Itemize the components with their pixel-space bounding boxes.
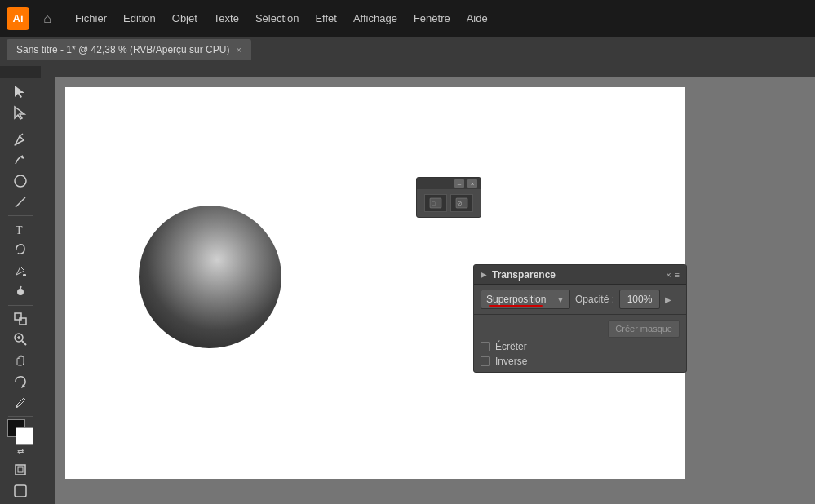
mini-panel-icon-2[interactable]: ⊘ [450,194,473,212]
home-icon[interactable]: ⌂ [36,7,59,30]
tab-label: Sans titre - 1* @ 42,38 % (RVB/Aperçu su… [16,44,229,55]
menu-objet[interactable]: Objet [166,9,204,28]
tool-divider-2 [8,215,33,216]
freeform-pen-tool[interactable] [6,150,35,170]
svg-point-7 [17,289,24,295]
svg-rect-6 [23,274,26,276]
inverse-checkbox[interactable] [481,356,490,366]
ai-logo: Ai [7,7,29,30]
opacity-label: Opacité : [575,294,614,305]
panel-menu-btn[interactable]: ≡ [675,270,680,280]
mini-panel-titlebar: – × [417,178,481,189]
panel-title-text: Transparence [492,269,556,281]
background-color[interactable] [16,427,33,445]
mini-panel-icon-1[interactable]: □ [424,194,447,212]
document-tab[interactable]: Sans titre - 1* @ 42,38 % (RVB/Aperçu su… [7,39,251,60]
svg-rect-16 [16,465,25,475]
left-toolbar: T [0,63,41,504]
svg-point-2 [15,143,17,145]
menu-aide[interactable]: Aide [460,9,494,28]
panel-collapse-icon[interactable]: ▶ [481,270,487,279]
svg-rect-9 [20,318,26,325]
selection-tool[interactable] [6,82,35,101]
svg-point-15 [16,405,18,408]
menu-fichier[interactable]: Fichier [69,9,113,28]
mini-panel-minimize[interactable]: – [454,179,464,188]
rotate-tool[interactable] [6,372,35,391]
menu-texte[interactable]: Texte [207,9,246,28]
red-underline [489,305,543,307]
panel-title-right: – × ≡ [658,270,680,280]
panel-minimize-btn[interactable]: – [658,270,662,280]
ruler-vertical [41,77,55,504]
blob-brush-tool[interactable] [6,282,35,302]
blend-mode-value: Superposition [486,294,546,305]
create-mask-button: Créer masque [608,320,680,338]
pen-tool[interactable] [6,130,35,149]
svg-rect-17 [18,467,23,472]
menu-affichage[interactable]: Affichage [347,9,404,28]
tab-close-button[interactable]: × [236,45,241,55]
blend-opacity-row: Superposition ▼ Opacité : 100% ▶ [474,285,686,314]
swap-colors-icon[interactable]: ⇄ [17,447,24,456]
opacity-value[interactable]: 100% [619,290,660,309]
svg-marker-1 [15,107,24,119]
mini-panel: – × □ ⊘ [416,177,481,218]
svg-point-3 [15,175,26,187]
artboard-tool[interactable] [6,461,35,480]
line-tool[interactable] [6,192,35,212]
ellipse-tool[interactable] [6,171,35,191]
mini-panel-close[interactable]: × [467,179,477,188]
tool-divider-3 [8,305,33,306]
panel-title-left: ▶ Transparence [481,269,556,281]
svg-rect-18 [15,485,26,497]
blend-mode-arrow: ▼ [556,295,565,304]
svg-marker-0 [15,86,24,98]
main-area: T [0,63,815,504]
ruler-marker [0,66,41,78]
ruler-horizontal [41,63,815,77]
panel-bottom: Créer masque Écrêter Inverse [474,315,686,372]
menubar: Ai ⌂ Fichier Edition Objet Texte Sélecti… [0,0,815,37]
tool-divider-4 [8,416,33,417]
screen-mode-tool[interactable] [6,481,35,501]
inverse-row: Inverse [481,356,680,367]
zoom-tool[interactable] [6,329,35,349]
canvas-area[interactable]: – × □ ⊘ ▶ Transparence – [41,63,815,504]
tabbar: Sans titre - 1* @ 42,38 % (RVB/Aperçu su… [0,37,815,63]
ecreter-label: Écrêter [495,341,527,352]
menu-effet[interactable]: Effet [308,9,343,28]
text-tool[interactable]: T [6,219,35,239]
menu-fenetre[interactable]: Fenêtre [407,9,457,28]
ecreter-checkbox[interactable] [481,342,490,351]
paint-bucket-tool[interactable] [6,261,35,281]
ecreter-row: Écrêter [481,341,680,352]
opacity-arrow[interactable]: ▶ [665,295,671,304]
tool-divider-1 [8,126,33,126]
svg-rect-8 [15,313,21,320]
hand-tool[interactable] [6,351,35,370]
eyedropper-tool[interactable] [6,393,35,413]
transparency-panel: ▶ Transparence – × ≡ Superposition ▼ [473,264,687,373]
svg-line-4 [16,197,25,207]
color-boxes[interactable] [7,419,33,441]
inverse-label: Inverse [495,356,527,367]
svg-text:⊘: ⊘ [457,200,463,207]
lasso-tool[interactable] [6,240,35,259]
mini-panel-content: □ ⊘ [417,189,481,217]
menu-selection[interactable]: Sélection [249,9,305,28]
svg-line-11 [22,341,26,345]
blend-mode-select[interactable]: Superposition ▼ [481,290,570,309]
direct-selection-tool[interactable] [6,103,35,122]
svg-text:T: T [16,224,23,237]
panel-titlebar: ▶ Transparence – × ≡ [474,265,686,285]
shape-builder-tool[interactable] [6,309,35,329]
menu-edition[interactable]: Edition [117,9,162,28]
panel-close-btn[interactable]: × [666,270,671,280]
sphere-object[interactable] [139,206,281,348]
